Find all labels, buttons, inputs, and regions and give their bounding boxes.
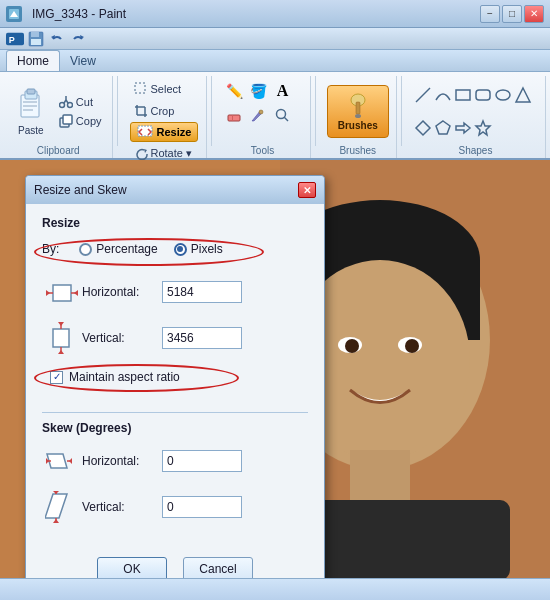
redo-button[interactable] — [69, 30, 87, 48]
skew-horizontal-label: Horizontal: — [82, 454, 162, 468]
dialog-buttons: OK Cancel — [26, 547, 324, 578]
color-picker-tool[interactable] — [247, 104, 269, 126]
main-canvas-area[interactable]: Resize and Skew ✕ Resize By: Perce — [0, 160, 550, 578]
svg-marker-42 — [416, 121, 430, 135]
copy-button[interactable]: Copy — [55, 112, 106, 130]
select-button[interactable]: Select — [130, 80, 186, 98]
skew-vertical-label: Vertical: — [82, 500, 162, 514]
svg-marker-61 — [46, 290, 50, 296]
ok-button[interactable]: OK — [97, 557, 167, 578]
svg-point-54 — [405, 339, 419, 353]
star-shape[interactable] — [474, 119, 492, 137]
svg-marker-67 — [58, 350, 64, 354]
vertical-input[interactable] — [162, 327, 242, 349]
dialog-title-bar: Resize and Skew ✕ — [26, 176, 324, 204]
percentage-radio[interactable]: Percentage — [79, 242, 157, 256]
arrow-shape[interactable] — [454, 119, 472, 137]
fill-tool[interactable]: 🪣 — [247, 80, 269, 102]
divider-4 — [401, 76, 402, 146]
shapes-label: Shapes — [459, 143, 493, 156]
minimize-button[interactable]: − — [480, 5, 500, 23]
tab-view[interactable]: View — [60, 51, 106, 71]
brushes-content: Brushes — [327, 80, 389, 143]
app-menu-button[interactable]: P — [6, 30, 24, 48]
ribbon-tab-bar: Home View — [0, 50, 550, 72]
maintain-aspect-checkbox[interactable] — [50, 371, 63, 384]
skew-vertical-input[interactable] — [162, 496, 242, 518]
svg-rect-63 — [53, 329, 69, 347]
paste-button[interactable]: Paste — [11, 83, 51, 140]
skew-vertical-icon — [42, 489, 82, 525]
percentage-radio-button[interactable] — [79, 243, 92, 256]
rect-shape[interactable] — [454, 86, 472, 104]
pentagon-shape[interactable] — [434, 119, 452, 137]
resize-icon — [137, 125, 153, 139]
zoom-tool[interactable] — [271, 104, 293, 126]
image-group: Select Crop Resize — [122, 76, 206, 158]
pixels-radio-button[interactable] — [174, 243, 187, 256]
pixels-radio[interactable]: Pixels — [174, 242, 223, 256]
status-bar — [0, 578, 550, 600]
tools-group: ✏️ 🪣 A Tools — [215, 76, 310, 158]
triangle-shape[interactable] — [514, 86, 532, 104]
close-button[interactable]: ✕ — [524, 5, 544, 23]
crop-icon — [134, 104, 148, 118]
dialog-close-button[interactable]: ✕ — [298, 182, 316, 198]
resize-button[interactable]: Resize — [130, 122, 199, 142]
window-title: IMG_3343 - Paint — [32, 7, 126, 21]
quick-access-toolbar: P — [0, 28, 550, 50]
svg-marker-44 — [456, 123, 470, 133]
horizontal-input[interactable] — [162, 281, 242, 303]
cancel-button[interactable]: Cancel — [183, 557, 253, 578]
rotate-icon — [134, 146, 148, 160]
svg-line-33 — [284, 117, 288, 121]
vertical-resize-icon — [42, 320, 82, 356]
svg-marker-77 — [53, 519, 59, 523]
shapes-content — [414, 80, 537, 143]
cut-copy-stack: Cut Copy — [55, 93, 106, 130]
svg-rect-12 — [23, 101, 37, 103]
undo-button[interactable] — [48, 30, 66, 48]
svg-point-36 — [355, 114, 361, 118]
image-content: Select Crop Resize — [130, 80, 199, 162]
svg-point-15 — [59, 103, 64, 108]
paste-icon — [17, 87, 45, 123]
brushes-button[interactable]: Brushes — [327, 85, 389, 138]
title-bar-controls: − □ ✕ — [480, 5, 544, 23]
pencil-tool[interactable]: ✏️ — [223, 80, 245, 102]
svg-rect-21 — [63, 115, 72, 124]
eraser-tool[interactable] — [223, 104, 245, 126]
resize-skew-dialog: Resize and Skew ✕ Resize By: Perce — [25, 175, 325, 578]
brushes-group: Brushes Brushes — [320, 76, 398, 158]
divider-3 — [315, 76, 316, 146]
crop-button[interactable]: Crop — [130, 102, 179, 120]
tools-label: Tools — [251, 143, 274, 156]
brushes-group-label: Brushes — [339, 143, 376, 156]
diamond-shape[interactable] — [414, 119, 432, 137]
save-quick-button[interactable] — [27, 30, 45, 48]
horizontal-resize-icon — [42, 274, 82, 310]
maximize-button[interactable]: □ — [502, 5, 522, 23]
svg-point-31 — [259, 110, 263, 114]
tab-home[interactable]: Home — [6, 50, 60, 71]
svg-line-18 — [66, 100, 68, 103]
line-shape[interactable] — [414, 86, 432, 104]
paste-label: Paste — [18, 125, 44, 136]
percentage-label: Percentage — [96, 242, 157, 256]
cut-icon — [59, 95, 73, 109]
skew-horizontal-input[interactable] — [162, 450, 242, 472]
rounded-rect-shape[interactable] — [474, 86, 492, 104]
brushes-label: Brushes — [338, 120, 378, 131]
maintain-aspect-row: Maintain aspect ratio — [50, 370, 308, 384]
curve-shape[interactable] — [434, 86, 452, 104]
horizontal-resize-row: Horizontal: — [42, 274, 308, 310]
resize-label: Resize — [157, 126, 192, 138]
svg-rect-38 — [456, 90, 470, 100]
text-tool[interactable]: A — [271, 80, 293, 102]
cut-button[interactable]: Cut — [55, 93, 106, 111]
svg-marker-66 — [58, 322, 64, 326]
svg-rect-30 — [232, 115, 233, 121]
ellipse-shape[interactable] — [494, 86, 512, 104]
resize-by-row: By: Percentage Pixels — [42, 242, 308, 256]
svg-rect-6 — [31, 39, 41, 45]
